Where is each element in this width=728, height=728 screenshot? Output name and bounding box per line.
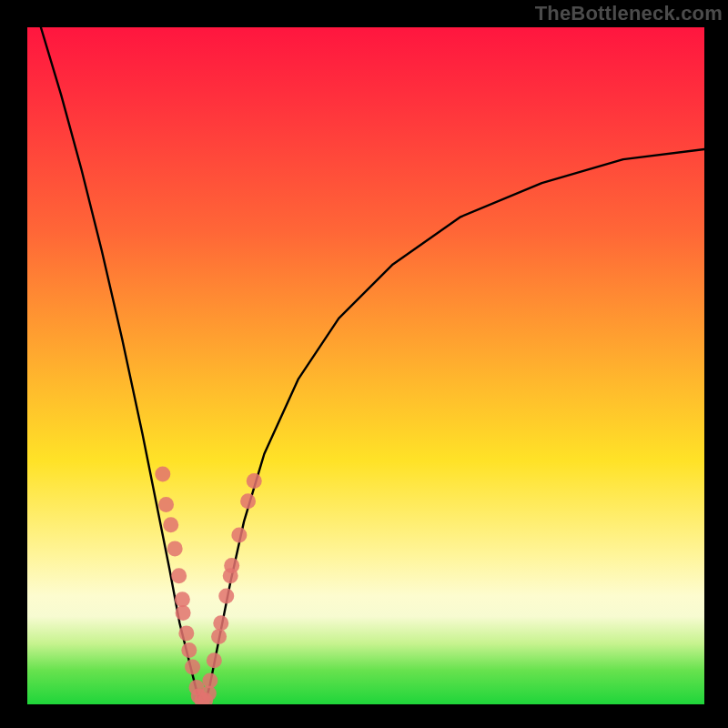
watermark-text: TheBottleneck.com: [535, 2, 723, 25]
marker-dot: [231, 528, 247, 543]
marker-dot: [185, 660, 200, 675]
marker-dot: [213, 615, 228, 631]
marker-dot: [155, 467, 170, 482]
bottleneck-curve: [41, 27, 704, 701]
marker-dot: [158, 497, 174, 512]
plot-area: [27, 27, 704, 704]
marker-dot: [247, 473, 262, 489]
marker-dot: [167, 541, 183, 556]
marker-dot: [181, 642, 197, 658]
marker-dot: [176, 605, 191, 621]
marker-dot: [218, 588, 234, 603]
chart-stage: TheBottleneck.com: [0, 0, 728, 728]
marker-dot: [224, 558, 239, 573]
marker-dot: [207, 652, 222, 668]
marker-dot: [202, 672, 217, 688]
marker-dot: [175, 592, 190, 607]
marker-dot: [171, 568, 187, 583]
marker-dot: [163, 517, 178, 532]
chart-svg: [27, 27, 704, 704]
marker-dot: [240, 493, 256, 509]
marker-dot: [211, 629, 227, 644]
marker-dot: [178, 625, 194, 641]
highlighted-points: [155, 467, 261, 704]
